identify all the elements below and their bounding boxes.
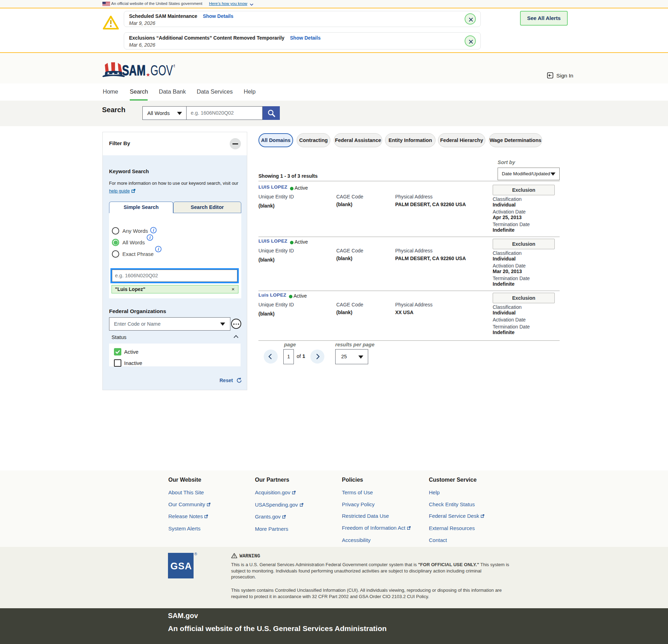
svg-text:®: ® [173,64,175,68]
svg-text:i: i [149,235,151,240]
svg-text:GOV: GOV [150,62,173,79]
svg-text:i: i [153,228,154,233]
svg-text:i: i [158,247,159,252]
svg-text:★: ★ [146,72,150,77]
svg-text:★: ★ [107,72,110,75]
svg-text:SAM: SAM [122,62,146,79]
svg-text:★: ★ [116,72,120,75]
